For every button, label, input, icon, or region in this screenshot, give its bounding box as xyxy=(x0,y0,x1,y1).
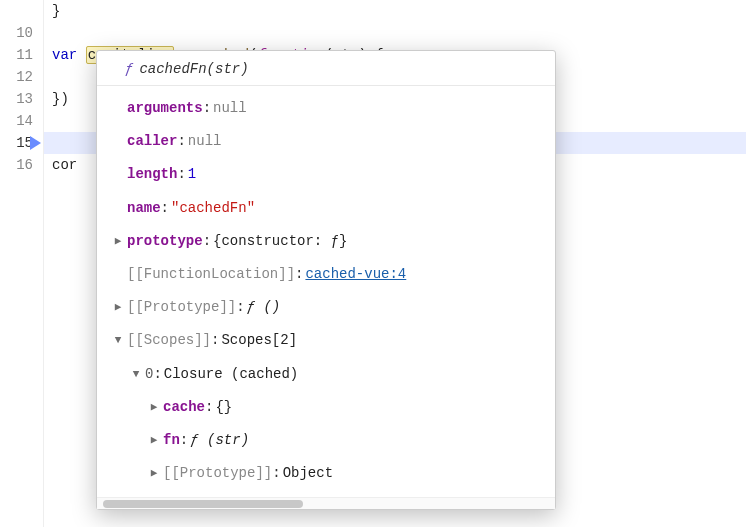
property-row[interactable]: ▶[[Prototype]]: Object xyxy=(97,457,555,490)
colon: : xyxy=(205,395,215,420)
colon: : xyxy=(180,428,190,453)
expand-arrow-icon[interactable]: ▶ xyxy=(111,298,125,318)
colon: : xyxy=(161,196,171,221)
property-key: fn xyxy=(163,428,180,453)
colon: : xyxy=(177,162,187,187)
property-row[interactable]: ▶arguments: null xyxy=(97,92,555,125)
property-value: {constructor: ƒ} xyxy=(213,229,347,254)
code-line[interactable] xyxy=(44,22,746,44)
line-number: 10 xyxy=(0,22,33,44)
line-number: 13 xyxy=(0,88,33,110)
colon: : xyxy=(203,229,213,254)
value-inspector-popup[interactable]: ƒcachedFn(str) ▶arguments: null▶caller: … xyxy=(96,50,556,510)
property-value: null xyxy=(188,129,222,154)
colon: : xyxy=(153,362,163,387)
property-key: 0 xyxy=(145,362,153,387)
property-value: "cachedFn" xyxy=(171,196,255,221)
expand-arrow-icon[interactable]: ▶ xyxy=(147,431,161,451)
property-row[interactable]: ▶prototype: {constructor: ƒ} xyxy=(97,225,555,258)
colon: : xyxy=(272,461,282,486)
property-row[interactable]: ▶fn: ƒ (str) xyxy=(97,424,555,457)
line-number: 16 xyxy=(0,154,33,176)
colon: : xyxy=(211,328,221,353)
colon: : xyxy=(177,129,187,154)
property-value: ƒ () xyxy=(247,295,281,320)
property-key: [[FunctionLocation]] xyxy=(127,262,295,287)
property-row[interactable]: ▶[[Prototype]]: ƒ () xyxy=(97,291,555,324)
property-value: {} xyxy=(215,395,232,420)
property-row[interactable]: ▶[[FunctionLocation]]: cached-vue:4 xyxy=(97,258,555,291)
expand-arrow-icon[interactable]: ▶ xyxy=(147,464,161,484)
property-value: Object xyxy=(283,461,333,486)
collapse-arrow-icon[interactable]: ▼ xyxy=(129,365,143,385)
horizontal-scrollbar[interactable] xyxy=(97,497,555,509)
property-row[interactable]: ▶length: 1 xyxy=(97,158,555,191)
collapse-arrow-icon[interactable]: ▼ xyxy=(111,331,125,351)
expand-arrow-icon[interactable]: ▶ xyxy=(111,232,125,252)
line-number-gutter: 10 11 12 13 14 15 16 xyxy=(0,0,44,527)
inspector-body[interactable]: ▶arguments: null▶caller: null▶length: 1▶… xyxy=(97,86,555,497)
property-value: Closure (cached) xyxy=(164,362,298,387)
source-link[interactable]: cached-vue:4 xyxy=(305,262,406,287)
line-number: 14 xyxy=(0,110,33,132)
line-number xyxy=(0,0,33,22)
line-number: 11 xyxy=(0,44,33,66)
property-row[interactable]: ▼[[Scopes]]: Scopes[2] xyxy=(97,324,555,357)
property-key: arguments xyxy=(127,96,203,121)
line-number: 12 xyxy=(0,66,33,88)
property-row[interactable]: ▶caller: null xyxy=(97,125,555,158)
inspector-title: cachedFn(str) xyxy=(139,61,248,77)
scrollbar-thumb[interactable] xyxy=(103,500,303,508)
property-key: caller xyxy=(127,129,177,154)
colon: : xyxy=(236,295,246,320)
inspector-header: ƒcachedFn(str) xyxy=(97,51,555,86)
execution-pointer-icon xyxy=(30,136,41,150)
property-key: length xyxy=(127,162,177,187)
property-key: [[Scopes]] xyxy=(127,328,211,353)
property-key: cache xyxy=(163,395,205,420)
property-key: name xyxy=(127,196,161,221)
code-line[interactable]: } xyxy=(44,0,746,22)
line-number-current: 15 xyxy=(0,132,33,154)
property-value: 1 xyxy=(188,162,196,187)
function-badge-icon: ƒ xyxy=(125,61,133,77)
property-row[interactable]: ▶cache: {} xyxy=(97,391,555,424)
property-key: prototype xyxy=(127,229,203,254)
property-row[interactable]: ▶name: "cachedFn" xyxy=(97,192,555,225)
property-value: ƒ (str) xyxy=(190,428,249,453)
property-row[interactable]: ▼0: Closure (cached) xyxy=(97,358,555,391)
colon: : xyxy=(295,262,305,287)
property-value: null xyxy=(213,96,247,121)
expand-arrow-icon[interactable]: ▶ xyxy=(147,398,161,418)
colon: : xyxy=(203,96,213,121)
property-value: Scopes[2] xyxy=(221,328,297,353)
property-key: [[Prototype]] xyxy=(163,461,272,486)
property-key: [[Prototype]] xyxy=(127,295,236,320)
property-row[interactable]: ▶1: Global {window: Window, self: Window xyxy=(97,490,555,497)
keyword-var: var xyxy=(52,47,77,63)
